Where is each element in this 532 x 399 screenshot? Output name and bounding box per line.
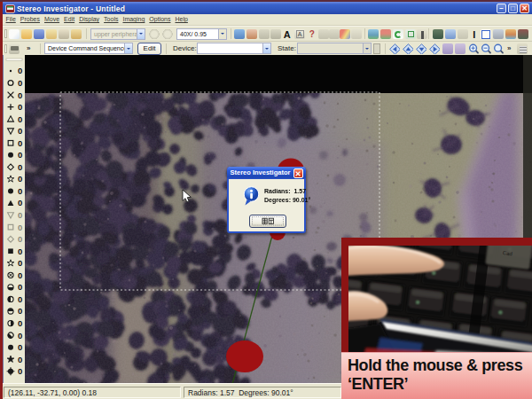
svg-text:0: 0: [18, 258, 22, 268]
svg-text:0: 0: [18, 282, 22, 292]
svg-text:0: 0: [18, 186, 22, 196]
svg-text:0: 0: [18, 331, 22, 340]
svg-text:0: 0: [18, 246, 22, 256]
svg-text:0: 0: [18, 294, 22, 304]
svg-text:0: 0: [18, 223, 22, 232]
svg-text:0: 0: [18, 78, 22, 88]
svg-text:0: 0: [18, 306, 22, 316]
svg-text:0: 0: [18, 198, 22, 207]
svg-text:0: 0: [18, 66, 22, 75]
svg-text:0: 0: [18, 355, 22, 364]
svg-text:0: 0: [18, 162, 22, 172]
svg-text:0: 0: [18, 126, 22, 136]
svg-text:0: 0: [18, 234, 22, 244]
svg-text:0: 0: [18, 342, 22, 352]
svg-text:0: 0: [18, 210, 22, 220]
svg-text:0: 0: [18, 366, 22, 376]
svg-text:0: 0: [18, 138, 22, 148]
svg-text:0: 0: [18, 174, 22, 184]
svg-text:0: 0: [18, 90, 22, 100]
svg-text:0: 0: [18, 150, 22, 160]
svg-text:0: 0: [18, 270, 22, 280]
svg-text:0: 0: [18, 318, 22, 328]
svg-text:0: 0: [18, 114, 22, 124]
svg-text:0: 0: [18, 102, 22, 112]
